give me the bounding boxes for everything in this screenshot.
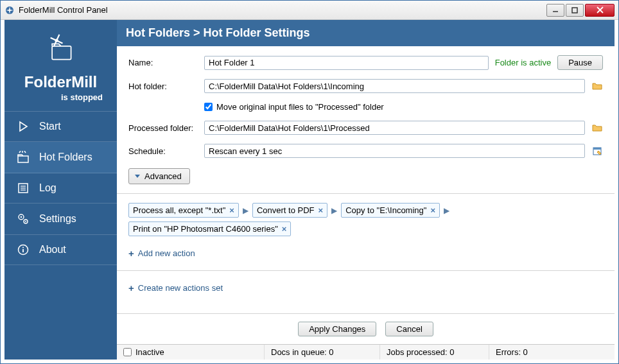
nav-label: Hot Folders [39,152,92,163]
hotfolder-label: Hot folder: [128,82,198,91]
svg-rect-9 [18,156,28,162]
hot-folder-icon [16,151,30,164]
advanced-label: Advanced [144,171,182,181]
svg-point-18 [21,216,22,218]
status-jobs: Jobs processed: 0 [380,345,489,360]
name-row: Name: Folder is active Pause [128,55,603,70]
chip-remove-icon[interactable]: × [282,224,287,234]
svg-point-20 [25,221,26,222]
titlebar: FolderMill Control Panel [1,1,618,20]
action-chip[interactable]: Print on "HP Photosmart C4600 series"× [128,221,291,236]
move-processed-label: Move original input files to "Processed"… [216,102,384,112]
log-icon [16,182,30,194]
action-chip[interactable]: Copy to "E:\Incoming"× [341,203,440,218]
main-panel: Hot Folders > Hot Folder Settings Name: … [117,20,615,360]
svg-point-8 [54,39,58,43]
status-errors: Errors: 0 [489,345,615,360]
sidebar: FolderMill is stopped Start Hot Folders … [4,20,117,360]
create-set-link[interactable]: + Create new actions set [128,280,603,296]
status-inactive: Inactive [117,345,265,360]
chip-label: Process all, except "*.txt" [133,205,225,215]
plus-icon: + [128,282,134,293]
pause-button[interactable]: Pause [557,55,603,70]
play-icon [16,121,30,132]
content: Name: Folder is active Pause Hot folder:… [117,46,615,313]
cancel-button[interactable]: Cancel [385,322,433,336]
close-button[interactable] [585,4,615,17]
divider [117,270,615,271]
svg-line-12 [24,151,26,153]
move-processed-checkbox[interactable] [204,103,213,111]
window-body: FolderMill is stopped Start Hot Folders … [1,20,618,363]
processed-input[interactable] [204,121,585,135]
brand-name: FolderMill [4,73,117,91]
logo-icon [4,29,117,71]
nav-label: Start [39,121,61,132]
advanced-button[interactable]: Advanced [128,168,190,184]
processed-label: Processed folder: [128,123,198,133]
schedule-row: Schedule: [128,144,603,158]
schedule-input[interactable] [204,144,585,158]
nav-start[interactable]: Start [4,111,117,142]
svg-point-22 [22,247,24,248]
window-title: FolderMill Control Panel [19,5,546,15]
arrow-icon: ▶ [243,206,248,215]
nav-settings[interactable]: Settings [4,204,117,235]
footer-buttons: Apply Changes Cancel [117,313,615,344]
divider [117,193,615,194]
browse-processed-icon[interactable] [591,122,603,134]
breadcrumb: Hot Folders > Hot Folder Settings [117,20,615,46]
status-docs: Docs in queue: 0 [265,345,380,360]
svg-rect-5 [52,46,71,60]
schedule-label: Schedule: [128,146,198,156]
chip-label: Convert to PDF [257,205,315,215]
chip-label: Print on "HP Photosmart C4600 series" [133,224,278,234]
hotfolder-row: Hot folder: [128,79,603,93]
nav-label: About [39,244,66,256]
nav-label: Settings [39,213,76,225]
chip-remove-icon[interactable]: × [318,205,324,215]
window-buttons [546,4,615,17]
edit-schedule-icon[interactable] [591,145,603,157]
service-status: is stopped [4,91,117,111]
chip-remove-icon[interactable]: × [430,205,435,215]
add-action-link[interactable]: + Add new action [128,245,603,261]
inactive-label: Inactive [135,347,164,357]
chevron-down-icon [134,171,141,181]
svg-rect-2 [572,8,577,13]
minimize-button[interactable] [546,4,564,17]
apply-button[interactable]: Apply Changes [298,322,376,336]
folder-status: Folder is active [495,58,551,67]
maximize-button[interactable] [566,4,584,17]
app-window: FolderMill Control Panel FolderMill [0,0,619,364]
app-icon [4,5,15,15]
nav-log[interactable]: Log [4,173,117,204]
action-chain: Process all, except "*.txt"× ▶ Convert t… [128,203,603,236]
create-set-label: Create new actions set [138,283,223,293]
plus-icon: + [128,248,134,259]
move-processed-row: Move original input files to "Processed"… [204,102,603,112]
add-action-label: Add new action [138,248,195,258]
name-label: Name: [128,58,198,67]
browse-folder-icon[interactable] [591,80,603,92]
chip-label: Copy to "E:\Incoming" [345,205,426,215]
inactive-checkbox[interactable] [123,348,132,356]
arrow-icon: ▶ [331,206,337,215]
chip-remove-icon[interactable]: × [229,205,234,215]
statusbar: Inactive Docs in queue: 0 Jobs processed… [117,344,615,360]
action-chip[interactable]: Convert to PDF× [252,203,327,218]
hotfolder-input[interactable] [204,79,585,93]
action-chip[interactable]: Process all, except "*.txt"× [128,203,239,218]
svg-rect-25 [593,148,601,150]
processed-row: Processed folder: [128,121,603,135]
nav-label: Log [39,182,57,194]
nav-about[interactable]: About [4,235,117,265]
name-input[interactable] [204,56,489,70]
gear-icon [16,212,30,225]
svg-line-10 [19,151,21,153]
info-icon [16,244,30,256]
nav-hot-folders[interactable]: Hot Folders [4,142,117,173]
arrow-icon: ▶ [444,206,449,215]
nav: Start Hot Folders Log Settings About [4,111,117,265]
spacer [128,305,603,308]
